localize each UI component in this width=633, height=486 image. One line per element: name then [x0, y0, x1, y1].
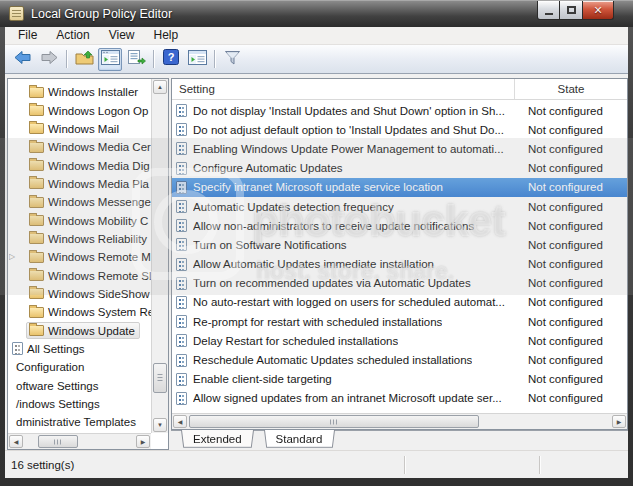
- tree-item-capsule: Windows Media Cer: [26, 139, 152, 156]
- setting-name: Do not adjust default option to 'Install…: [193, 124, 504, 136]
- setting-row[interactable]: Allow signed updates from an intranet Mi…: [172, 389, 627, 408]
- tree-item-windows-mail[interactable]: Windows Mail: [9, 120, 152, 138]
- tree-vscroll-thumb[interactable]: [153, 363, 167, 393]
- tree-item-windows-mobility-c[interactable]: Windows Mobility C: [9, 211, 152, 229]
- show-window-button[interactable]: [185, 48, 209, 71]
- setting-row[interactable]: Allow non-administrators to receive upda…: [172, 216, 627, 235]
- minimize-button[interactable]: [537, 1, 560, 20]
- setting-row[interactable]: Enabling Windows Update Power Management…: [172, 139, 627, 158]
- scroll-right-button[interactable]: ▶: [612, 415, 626, 428]
- menu-action[interactable]: Action: [47, 27, 98, 44]
- setting-row[interactable]: Turn on recommended updates via Automati…: [172, 274, 627, 293]
- policy-setting-icon: [176, 219, 187, 232]
- forward-button[interactable]: [37, 48, 61, 71]
- tree-item-windows-installer[interactable]: Windows Installer: [9, 83, 152, 101]
- policy-setting-icon: [176, 238, 187, 251]
- list-horizontal-scrollbar[interactable]: ◀ ▶: [172, 413, 627, 429]
- tree-item-oftware-settings[interactable]: oftware Settings: [9, 377, 152, 395]
- tree-item-windows-logon-op[interactable]: Windows Logon Op: [9, 101, 152, 119]
- folder-icon: [29, 197, 44, 208]
- setting-row[interactable]: Delay Restart for scheduled installation…: [172, 331, 627, 350]
- show-console-tree-button[interactable]: [98, 48, 122, 71]
- tree-item-indows-settings[interactable]: /indows Settings: [9, 395, 152, 413]
- setting-row[interactable]: Specify intranet Microsoft update servic…: [172, 178, 627, 197]
- tree-vertical-scrollbar[interactable]: ▲ ▼: [151, 79, 168, 433]
- help-button[interactable]: ?: [159, 48, 183, 71]
- tree-item-capsule: Windows Media Pla: [26, 175, 152, 192]
- back-arrow-icon: [14, 50, 32, 69]
- tree-item-windows-remote-sl[interactable]: Windows Remote Sl: [9, 266, 152, 284]
- tree-item-all-settings[interactable]: All Settings: [9, 340, 152, 358]
- setting-row[interactable]: Enable client-side targeting Not configu…: [172, 370, 627, 389]
- setting-row[interactable]: Allow Automatic Updates immediate instal…: [172, 255, 627, 274]
- filter-button[interactable]: [220, 48, 244, 71]
- tab-standard[interactable]: Standard: [264, 431, 335, 449]
- tree-item-windows-system-re[interactable]: Windows System Re: [9, 303, 152, 321]
- tree-item-windows-media-cer[interactable]: Windows Media Cer: [9, 138, 152, 156]
- tree-item-configuration[interactable]: Configuration: [9, 358, 152, 376]
- menu-help[interactable]: Help: [145, 27, 188, 44]
- settings-list-icon: [12, 342, 23, 355]
- setting-row[interactable]: Configure Automatic Updates Not configur…: [172, 159, 627, 178]
- menu-view[interactable]: View: [100, 27, 144, 44]
- tab-extended[interactable]: Extended: [181, 431, 254, 449]
- tree-item-windows-sideshow[interactable]: Windows SideShow: [9, 285, 152, 303]
- setting-row[interactable]: Turn on Software Notifications Not confi…: [172, 235, 627, 254]
- setting-row[interactable]: Reschedule Automatic Updates scheduled i…: [172, 350, 627, 369]
- setting-state: Not configured: [515, 143, 627, 155]
- tree-item-capsule: Windows Update: [26, 322, 140, 339]
- policy-setting-icon: [176, 277, 187, 290]
- scroll-up-button[interactable]: ▲: [153, 80, 167, 94]
- list-hscroll-thumb[interactable]: [189, 415, 479, 428]
- policy-setting-icon: [176, 315, 187, 328]
- tree-item-label: Windows SideShow: [48, 288, 150, 300]
- tree-item-label: oftware Settings: [16, 380, 98, 392]
- tree-item-windows-media-dig[interactable]: Windows Media Dig: [9, 156, 152, 174]
- scroll-left-button[interactable]: ◀: [9, 435, 23, 448]
- policy-setting-icon: [176, 258, 187, 271]
- export-list-button[interactable]: [124, 48, 148, 71]
- tree-item-capsule: Windows Installer: [26, 84, 143, 101]
- back-button[interactable]: [11, 48, 35, 71]
- tree-item-windows-media-pla[interactable]: Windows Media Pla: [9, 175, 152, 193]
- setting-state: Not configured: [515, 335, 627, 347]
- svg-text:?: ?: [168, 51, 175, 63]
- tree-item-windows-update[interactable]: Windows Update: [9, 321, 152, 339]
- settings-list: Do not display 'Install Updates and Shut…: [172, 101, 627, 408]
- tree-item-dministrative-templates[interactable]: dministrative Templates: [9, 413, 152, 431]
- status-bar: 16 setting(s): [5, 450, 628, 478]
- setting-row[interactable]: No auto-restart with logged on users for…: [172, 293, 627, 312]
- tree-item-windows-reliability[interactable]: Windows Reliability: [9, 230, 152, 248]
- setting-name: Enabling Windows Update Power Management…: [193, 143, 504, 155]
- tree-item-windows-remote-m[interactable]: ▷ Windows Remote M: [9, 248, 152, 266]
- tree-item-label: Windows Mobility C: [48, 215, 148, 227]
- column-header-setting[interactable]: Setting: [172, 79, 515, 99]
- setting-row[interactable]: Do not adjust default option to 'Install…: [172, 120, 627, 139]
- tab-label: Standard: [276, 433, 323, 445]
- maximize-button[interactable]: [560, 1, 583, 20]
- scroll-left-button[interactable]: ◀: [173, 415, 187, 428]
- setting-name: Allow signed updates from an intranet Mi…: [193, 392, 502, 404]
- folder-icon: [29, 160, 44, 171]
- scroll-down-button[interactable]: ▼: [153, 418, 167, 432]
- menu-file[interactable]: File: [9, 27, 46, 44]
- scroll-right-button[interactable]: ▶: [136, 435, 150, 448]
- tree-horizontal-scrollbar[interactable]: ◀ ▶: [8, 433, 151, 449]
- setting-row[interactable]: Automatic Updates detection frequency No…: [172, 197, 627, 216]
- column-header-state[interactable]: State: [515, 79, 627, 99]
- tree-hscroll-thumb[interactable]: [38, 435, 78, 448]
- setting-row[interactable]: Do not display 'Install Updates and Shut…: [172, 101, 627, 120]
- tree-item-label: /indows Settings: [16, 398, 100, 410]
- setting-row[interactable]: Re-prompt for restart with scheduled ins…: [172, 312, 627, 331]
- window-title: Local Group Policy Editor: [31, 7, 172, 21]
- console-tree-panel: Windows Installer Windows Logon Op Windo…: [7, 78, 169, 450]
- expander-icon[interactable]: ▷: [9, 252, 15, 261]
- policy-setting-icon: [176, 373, 187, 386]
- tree-item-windows-messenge[interactable]: Windows Messenge: [9, 193, 152, 211]
- setting-name: Enable client-side targeting: [193, 373, 332, 385]
- title-bar[interactable]: Local Group Policy Editor ✕: [0, 0, 633, 27]
- tree-item-capsule: Windows Reliability: [26, 230, 152, 247]
- status-text: 16 setting(s): [11, 459, 74, 471]
- up-one-level-button[interactable]: [72, 48, 96, 71]
- close-button[interactable]: ✕: [583, 1, 614, 20]
